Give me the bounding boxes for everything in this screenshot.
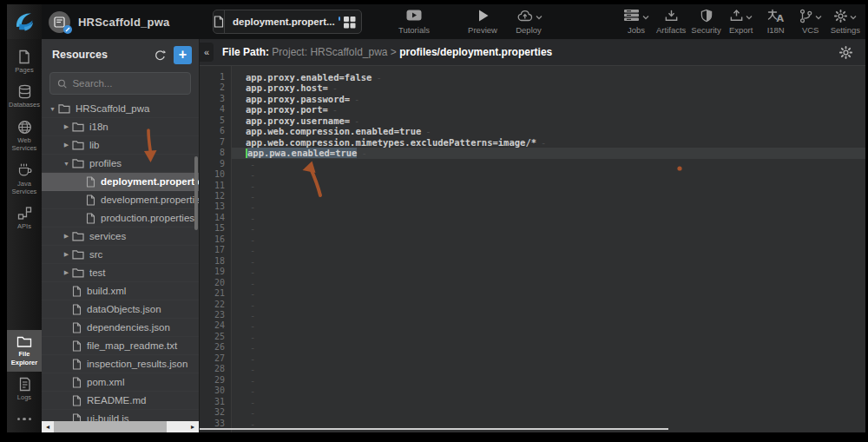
tree-item-dataobjects-json[interactable]: dataObjects.json	[42, 300, 199, 319]
code-line[interactable]	[232, 288, 865, 299]
grid-icon[interactable]	[343, 16, 361, 29]
sidebar-item-logs[interactable]: Logs	[7, 372, 42, 406]
collapse-tree-button[interactable]: «	[200, 43, 214, 62]
code-line[interactable]	[232, 181, 865, 191]
tree-horizontal-scrollbar[interactable]: ◂ ▸	[42, 421, 199, 432]
scrollbar-thumb[interactable]	[54, 421, 167, 432]
file-tab[interactable]: deployment.propert...	[213, 10, 362, 34]
code-line[interactable]	[232, 256, 865, 267]
editor-horizontal-scrollbar[interactable]	[200, 428, 668, 430]
chevron-down-icon	[815, 15, 822, 20]
code-line[interactable]	[232, 213, 865, 223]
code-line[interactable]: app.web.compression.enabled=true	[232, 126, 865, 136]
code-line[interactable]	[232, 267, 865, 277]
tutorials-button[interactable]: Tutorials	[389, 4, 439, 39]
scroll-right-icon[interactable]: ▸	[187, 421, 199, 432]
search-input[interactable]	[72, 78, 183, 89]
edit-pencil-badge-icon	[63, 25, 72, 34]
code-line[interactable]	[232, 310, 865, 320]
code-line[interactable]	[232, 223, 865, 234]
topbar-artifacts-button[interactable]: Artifacts	[654, 4, 688, 39]
tree-item-production-properties[interactable]: production.properties	[42, 209, 199, 228]
topbar-export-button[interactable]: Export	[724, 4, 759, 39]
tree-item-ui-build-js[interactable]: ui-build.js	[42, 410, 199, 421]
tree-item-lib[interactable]: ▶lib	[42, 136, 199, 155]
code-line[interactable]	[232, 375, 865, 386]
sidebar-item-apis[interactable]: APIs	[7, 201, 42, 235]
code-line[interactable]	[232, 320, 865, 331]
expand-arrow-icon[interactable]: ▶	[61, 251, 72, 258]
code-line[interactable]	[232, 364, 865, 374]
tree-item-pom-xml[interactable]: pom.xml	[42, 373, 199, 392]
more-options-button[interactable]	[7, 407, 42, 433]
tree-item-hrscaffold-pwa[interactable]: ▼HRScaffold_pwa	[42, 100, 199, 118]
project-chip[interactable]: HRScaffold_pwa	[49, 4, 169, 39]
code-line[interactable]	[232, 407, 865, 418]
code-line[interactable]	[232, 300, 865, 310]
tree-item-i18n[interactable]: ▶i18n	[42, 118, 199, 136]
expand-arrow-icon[interactable]: ▼	[47, 106, 58, 112]
tree-item-file-map-readme-txt[interactable]: file_map_readme.txt	[42, 337, 199, 355]
tree-item-inspection-results-json[interactable]: inspection_results.json	[42, 355, 199, 373]
tree-item-readme-md[interactable]: README.md	[42, 392, 199, 410]
tree-item-profiles[interactable]: ▼profiles	[42, 155, 199, 173]
expand-arrow-icon[interactable]: ▶	[61, 233, 72, 240]
code-line[interactable]	[232, 278, 865, 288]
refresh-icon[interactable]	[153, 49, 166, 62]
sidebar-item-web-services[interactable]: Web Services	[7, 115, 42, 158]
tree-item-test[interactable]: ▶test	[42, 264, 199, 282]
topbar-i18n-button[interactable]: AI18N	[759, 4, 793, 39]
scroll-left-icon[interactable]: ◂	[42, 421, 54, 432]
code-line[interactable]	[232, 201, 865, 212]
file-path-project: Project: HRScaffold_pwa >	[272, 46, 397, 58]
tree-item-src[interactable]: ▶src	[42, 246, 199, 264]
expand-arrow-icon[interactable]: ▼	[61, 161, 72, 167]
code-line[interactable]	[232, 332, 865, 342]
sidebar-item-pages[interactable]: Pages	[7, 44, 42, 79]
code-line[interactable]	[232, 191, 865, 201]
code-line[interactable]	[232, 342, 865, 353]
code-editor[interactable]: 1234567891011121314151617181920212223242…	[200, 66, 865, 432]
tree-item-services[interactable]: ▶services	[42, 228, 199, 246]
code-line[interactable]	[232, 397, 865, 407]
sidebar-item-databases[interactable]: Databases	[7, 79, 42, 114]
code-line[interactable]: app.web.compression.mimetypes.excludePat…	[232, 137, 865, 148]
code-line[interactable]: app.proxy.enabled=false	[232, 72, 865, 82]
code-line[interactable]	[232, 169, 865, 180]
file-icon[interactable]	[214, 10, 225, 33]
expand-arrow-icon[interactable]: ▶	[61, 142, 72, 148]
editor-settings-gear-icon[interactable]	[838, 45, 853, 60]
topbar-security-button[interactable]: Security	[688, 4, 723, 39]
line-number: 32	[200, 407, 225, 418]
code-line[interactable]: app.proxy.host=	[232, 82, 865, 93]
preview-button[interactable]: Preview	[462, 4, 503, 39]
code-line[interactable]: app.proxy.password=	[232, 94, 865, 104]
deploy-button[interactable]: Deploy	[503, 4, 554, 39]
file-icon	[72, 377, 82, 388]
topbar-jobs-button[interactable]: Jobs	[619, 4, 654, 39]
code-line[interactable]	[232, 234, 865, 245]
tree-item-development-properties[interactable]: development.properties	[42, 191, 199, 209]
topbar-settings-button[interactable]: Settings	[828, 4, 863, 39]
line-number: 4	[200, 104, 225, 115]
tree-item-deployment-properties[interactable]: deployment.properties	[42, 173, 199, 191]
code-line[interactable]	[232, 386, 865, 396]
expand-arrow-icon[interactable]: ▶	[61, 123, 72, 130]
code-line[interactable]: app.pwa.enabled=true	[232, 148, 865, 158]
code-line[interactable]	[232, 245, 865, 255]
sidebar-item-java-services[interactable]: Java Services	[7, 158, 42, 201]
code-line[interactable]	[232, 353, 865, 364]
line-number: 7	[200, 137, 225, 148]
sidebar-item-file-explorer[interactable]: File Explorer	[7, 330, 42, 372]
tree-vertical-scrollbar[interactable]	[194, 156, 198, 230]
expand-arrow-icon[interactable]: ▶	[61, 269, 72, 276]
topbar-vcs-button[interactable]: VCS	[793, 4, 828, 39]
tree-item-build-xml[interactable]: build.xml	[42, 282, 199, 300]
tree-item-dependencies-json[interactable]: dependencies.json	[42, 319, 199, 337]
code-line[interactable]: app.proxy.port=	[232, 104, 865, 115]
code-line[interactable]: app.proxy.username=	[232, 115, 865, 126]
breadcrumb: File Path: Project: HRScaffold_pwa > pro…	[222, 46, 830, 58]
add-resource-button[interactable]: +	[174, 46, 192, 64]
wavemaker-logo[interactable]	[7, 4, 42, 39]
code-line[interactable]	[232, 159, 865, 169]
